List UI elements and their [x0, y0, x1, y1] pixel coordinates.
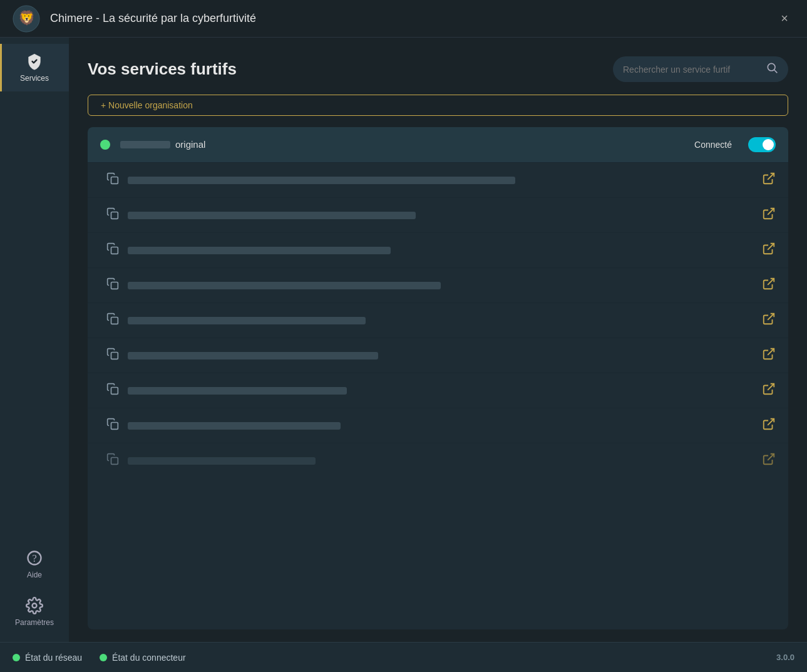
svg-point-4: [33, 604, 37, 608]
external-link-icon[interactable]: [762, 207, 776, 224]
main-content: Vos services furtifs + Nouvelle organisa…: [69, 38, 807, 642]
svg-rect-23: [111, 458, 118, 465]
list-item: [88, 443, 788, 478]
copy-icon[interactable]: [106, 453, 119, 468]
svg-point-5: [768, 63, 775, 71]
svg-line-12: [768, 244, 774, 250]
copy-icon[interactable]: [106, 277, 119, 293]
sidebar-parametres-label: Paramètres: [15, 618, 54, 627]
list-item: [88, 162, 788, 197]
svg-text:?: ?: [32, 552, 36, 564]
blurred-text: [128, 422, 341, 430]
blurred-text: [128, 352, 378, 359]
copy-icon[interactable]: [106, 348, 119, 363]
connector-dot: [100, 654, 107, 661]
org-name-blurred: original: [120, 139, 684, 150]
search-icon: [766, 61, 778, 77]
list-item: [88, 373, 788, 408]
service-text: [128, 247, 753, 254]
blurred-text: [128, 317, 366, 324]
list-item: [88, 338, 788, 373]
blurred-text: [128, 177, 515, 184]
svg-rect-11: [111, 247, 118, 254]
service-text: [128, 212, 753, 219]
org-header: original Connecté: [88, 127, 788, 162]
copy-icon[interactable]: [106, 313, 119, 328]
services-list: original Connecté: [88, 127, 788, 629]
service-text: [128, 457, 753, 465]
sidebar-item-services[interactable]: Services: [0, 44, 69, 91]
copy-icon[interactable]: [106, 207, 119, 223]
blurred-text: [128, 387, 347, 395]
copy-icon[interactable]: [106, 172, 119, 188]
service-text: [128, 177, 753, 184]
external-link-icon[interactable]: [762, 452, 776, 469]
service-text: [128, 422, 753, 430]
svg-rect-15: [111, 318, 118, 324]
app-logo: 🦁: [13, 5, 40, 33]
network-dot: [13, 654, 20, 661]
search-input[interactable]: [623, 65, 759, 75]
external-link-icon[interactable]: [762, 277, 776, 294]
page-title: Vos services furtifs: [88, 59, 237, 79]
blurred-text: [128, 457, 316, 465]
new-org-button[interactable]: + Nouvelle organisation: [88, 95, 788, 116]
status-bar: État du réseau État du connecteur 3.0.0: [0, 642, 807, 672]
svg-rect-9: [111, 212, 118, 219]
external-link-icon[interactable]: [762, 242, 776, 259]
network-status: État du réseau: [13, 653, 82, 663]
titlebar: 🦁 Chimere - La sécurité par la cyberfurt…: [0, 0, 807, 38]
svg-line-22: [768, 419, 774, 425]
service-text: [128, 387, 753, 395]
copy-icon[interactable]: [106, 418, 119, 433]
connector-label: État du connecteur: [112, 653, 186, 663]
svg-text:🦁: 🦁: [18, 9, 36, 26]
svg-rect-19: [111, 388, 118, 395]
blurred-text: [128, 247, 391, 254]
list-item: [88, 408, 788, 443]
sidebar-item-parametres[interactable]: Paramètres: [0, 588, 69, 636]
list-item: [88, 302, 788, 338]
network-label: État du réseau: [25, 653, 82, 663]
svg-line-24: [768, 454, 774, 460]
sidebar: Services ? Aide Paramètres: [0, 38, 69, 642]
content-header: Vos services furtifs: [88, 56, 788, 82]
svg-line-14: [768, 279, 774, 285]
close-button[interactable]: ×: [774, 9, 794, 29]
sidebar-item-aide[interactable]: ? Aide: [0, 540, 69, 588]
app-title: Chimere - La sécurité par la cyberfurtiv…: [50, 12, 774, 25]
search-box[interactable]: [613, 56, 788, 82]
external-link-icon[interactable]: [762, 347, 776, 364]
svg-line-10: [768, 209, 774, 215]
external-link-icon[interactable]: [762, 382, 776, 399]
service-text: [128, 352, 753, 359]
blurred-text: [128, 282, 441, 289]
svg-line-8: [768, 173, 774, 180]
service-text: [128, 282, 753, 289]
connected-label: Connecté: [694, 140, 732, 150]
blurred-text: [128, 212, 416, 219]
sidebar-services-label: Services: [20, 74, 49, 83]
connected-toggle[interactable]: [748, 137, 776, 152]
version-text: 3.0.0: [776, 653, 794, 662]
copy-icon[interactable]: [106, 383, 119, 398]
help-icon: ?: [26, 549, 43, 567]
svg-rect-17: [111, 353, 118, 359]
main-layout: Services ? Aide Paramètres: [0, 38, 807, 642]
org-status-dot: [100, 140, 110, 150]
svg-rect-13: [111, 282, 118, 289]
copy-icon[interactable]: [106, 242, 119, 258]
svg-rect-7: [111, 177, 118, 184]
external-link-icon[interactable]: [762, 312, 776, 329]
list-item: [88, 267, 788, 302]
service-text: [128, 317, 753, 324]
external-link-icon[interactable]: [762, 172, 776, 189]
shield-icon: [26, 53, 43, 70]
connector-status: État du connecteur: [100, 653, 186, 663]
gear-icon: [26, 597, 43, 614]
external-link-icon[interactable]: [762, 417, 776, 434]
list-item: [88, 197, 788, 232]
svg-rect-21: [111, 423, 118, 430]
sidebar-aide-label: Aide: [27, 571, 42, 579]
svg-line-18: [768, 349, 774, 355]
